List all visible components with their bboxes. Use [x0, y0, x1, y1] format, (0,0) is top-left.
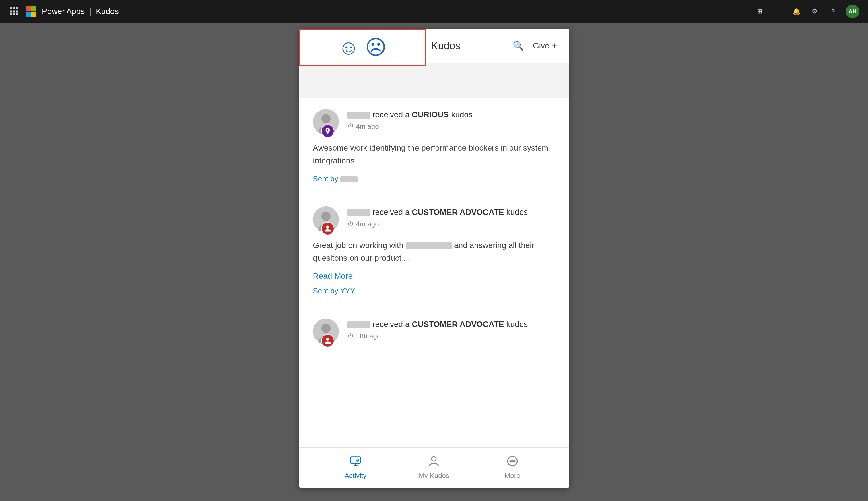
card-time: ⏱ 4m ago — [347, 122, 555, 130]
grid-icon[interactable] — [9, 6, 20, 17]
card-header: received a CURIOUS kudos ⏱ 4m ago — [313, 109, 555, 135]
clock-icon: ⏱ — [347, 332, 354, 340]
svg-point-30 — [512, 460, 513, 462]
avatar-container — [313, 319, 342, 344]
search-icon[interactable]: 🔍 — [513, 41, 524, 51]
microsoft-logo — [26, 6, 37, 17]
bottom-nav-item-activity[interactable]: Activity — [333, 455, 378, 480]
kudos-type: CUSTOMER ADVOCATE — [412, 320, 504, 329]
card-time: ⏱ 4m ago — [347, 220, 555, 228]
clock-icon: ⏱ — [347, 220, 354, 228]
card-body: Great job on working with and answering … — [313, 239, 555, 265]
top-navigation: Power Apps | Kudos ⊞ ↓ 🔔 ⚙ ? AH — [0, 0, 868, 23]
sender-name-blur — [340, 177, 357, 182]
kudos-title: Kudos — [431, 40, 504, 52]
nav-right-icons: ⊞ ↓ 🔔 ⚙ ? AH — [754, 4, 859, 18]
card-time: ⏱ 18h ago — [347, 332, 555, 340]
clock-icon: ⏱ — [347, 123, 354, 130]
svg-rect-2 — [17, 8, 18, 10]
svg-rect-3 — [10, 11, 12, 13]
svg-rect-0 — [10, 8, 12, 10]
gear-icon[interactable]: ⚙ — [809, 6, 820, 17]
avatar[interactable]: AH — [846, 4, 859, 18]
activity-label: Activity — [345, 472, 366, 480]
bottom-nav-item-more[interactable]: More — [490, 455, 535, 480]
svg-point-20 — [321, 324, 331, 333]
kudos-badge-red — [321, 222, 334, 235]
card-title: received a CUSTOMER ADVOCATE kudos — [347, 206, 555, 218]
card-title-area: received a CUSTOMER ADVOCATE kudos ⏱ 4m … — [347, 206, 555, 228]
sent-by[interactable]: Sent by — [313, 174, 555, 183]
activity-icon — [350, 455, 361, 469]
svg-rect-1 — [13, 8, 15, 10]
app-brand: Power Apps | Kudos — [42, 7, 119, 16]
kudos-type: CUSTOMER ADVOCATE — [412, 207, 504, 216]
svg-rect-12 — [31, 12, 36, 17]
svg-rect-8 — [17, 13, 18, 15]
svg-point-17 — [321, 212, 331, 221]
recipient-name-blur — [347, 112, 370, 119]
my-kudos-icon — [428, 455, 440, 469]
sent-by[interactable]: Sent by YYY — [313, 287, 555, 295]
help-icon[interactable]: ? — [827, 6, 839, 17]
svg-point-29 — [510, 460, 511, 462]
kudos-card: received a CURIOUS kudos ⏱ 4m ago Awesom… — [299, 97, 569, 195]
svg-rect-10 — [31, 6, 36, 11]
my-kudos-label: My Kudos — [419, 472, 449, 480]
feed-area: received a CURIOUS kudos ⏱ 4m ago Awesom… — [299, 97, 569, 447]
text-blur — [406, 242, 452, 249]
time-label: 18h ago — [356, 332, 381, 340]
kudos-badge-red — [321, 334, 334, 347]
more-icon — [507, 455, 518, 469]
recipient-name-blur — [347, 321, 370, 328]
card-header: received a CUSTOMER ADVOCATE kudos ⏱ 4m … — [313, 206, 555, 232]
emoji-selection-box: ☺ ☹ — [299, 29, 426, 66]
svg-rect-11 — [26, 12, 31, 17]
download-icon[interactable]: ↓ — [772, 6, 784, 17]
share-icon[interactable]: ⊞ — [754, 6, 765, 17]
svg-point-31 — [514, 460, 515, 462]
kudos-type: CURIOUS — [412, 110, 449, 119]
svg-rect-6 — [10, 13, 12, 15]
main-content: ☺ ☹ Kudos 🔍 Give + — [0, 23, 868, 501]
svg-rect-9 — [26, 6, 31, 11]
card-title: received a CURIOUS kudos — [347, 109, 555, 120]
kudos-card: received a CUSTOMER ADVOCATE kudos ⏱ 4m … — [299, 195, 569, 307]
bell-icon[interactable]: 🔔 — [791, 6, 802, 17]
time-label: 4m ago — [356, 220, 379, 228]
happy-face-icon: ☺ — [338, 37, 359, 58]
read-more-link[interactable]: Read More — [313, 271, 555, 281]
sad-face-icon: ☹ — [365, 37, 387, 58]
svg-rect-7 — [13, 13, 15, 15]
card-title-area: received a CUSTOMER ADVOCATE kudos ⏱ 18h… — [347, 319, 555, 340]
give-label: Give — [533, 41, 550, 51]
time-label: 4m ago — [356, 122, 379, 130]
card-title: received a CUSTOMER ADVOCATE kudos — [347, 319, 555, 330]
card-title-area: received a CURIOUS kudos ⏱ 4m ago — [347, 109, 555, 130]
card-header: received a CUSTOMER ADVOCATE kudos ⏱ 18h… — [313, 319, 555, 344]
svg-rect-4 — [13, 11, 15, 13]
svg-rect-5 — [17, 11, 18, 13]
svg-point-14 — [321, 114, 331, 123]
kudos-badge-purple — [321, 125, 334, 138]
card-body: Awesome work identifying the performance… — [313, 142, 555, 168]
kudos-card: received a CUSTOMER ADVOCATE kudos ⏱ 18h… — [299, 307, 569, 363]
avatar-container — [313, 109, 342, 135]
recipient-name-blur — [347, 209, 370, 216]
bottom-navigation: Activity My Kudos — [299, 447, 569, 488]
give-button[interactable]: Give + — [533, 40, 557, 51]
give-plus-icon: + — [552, 40, 557, 51]
bottom-nav-item-my-kudos[interactable]: My Kudos — [411, 455, 457, 480]
avatar-container — [313, 206, 342, 232]
app-panel: ☺ ☹ Kudos 🔍 Give + — [299, 29, 569, 488]
more-label: More — [504, 472, 520, 480]
